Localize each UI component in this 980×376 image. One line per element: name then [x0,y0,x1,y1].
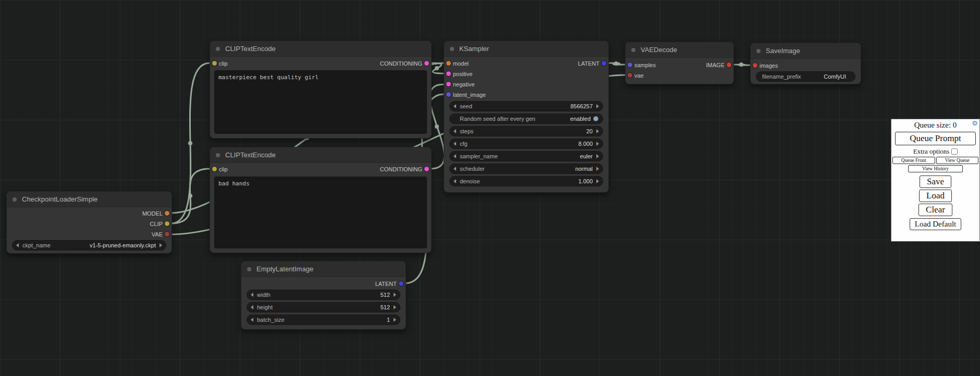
output-dot-latent[interactable] [399,281,403,286]
negative-prompt-textarea[interactable]: bad hands [214,177,427,248]
input-dot-model[interactable] [446,61,451,66]
increment-arrow-icon[interactable] [596,129,599,133]
toggle-dot-icon[interactable] [593,116,598,121]
view-queue-button[interactable]: View Queue [936,157,979,164]
decrement-arrow-icon[interactable] [454,179,456,183]
increment-arrow-icon[interactable] [596,142,599,146]
increment-arrow-icon[interactable] [596,167,599,171]
input-dot-positive[interactable] [446,71,451,76]
positive-prompt-textarea[interactable]: masterpiece best quality girl [214,70,427,134]
node-titlebar[interactable]: CLIPTextEncode [210,41,431,57]
slot-label: LATENT [578,60,599,67]
decrement-arrow-icon[interactable] [251,305,253,309]
decrement-arrow-icon[interactable] [454,142,456,146]
input-dot-clip[interactable] [212,167,217,171]
load-button[interactable]: Load [919,190,952,202]
node-empty-latent-image[interactable]: EmptyLatentImage LATENT width 512 height… [241,261,406,330]
output-dot-conditioning[interactable] [424,61,429,66]
node-clip-text-encode-positive[interactable]: CLIPTextEncode clip CONDITIONING masterp… [210,41,432,139]
output-dot-image[interactable] [727,62,731,67]
output-slot-latent: LATENT [375,279,406,289]
sampler-name-widget[interactable]: sampler_name euler [449,151,603,161]
node-clip-text-encode-negative[interactable]: CLIPTextEncode clip CONDITIONING bad han… [210,147,432,253]
settings-icon[interactable]: ⚙ [972,120,978,127]
increment-arrow-icon[interactable] [160,243,162,247]
input-dot-clip[interactable] [212,61,217,66]
output-slot-image: IMAGE [706,60,733,70]
queue-front-button[interactable]: Queue Front [892,157,935,164]
ckpt-name-widget[interactable]: ckpt_name v1-5-pruned-emaonly.ckpt [12,240,166,250]
output-dot-conditioning[interactable] [424,167,429,171]
slot-label: vae [634,72,644,79]
queue-prompt-button[interactable]: Queue Prompt [895,132,976,145]
output-dot-vae[interactable] [165,232,169,236]
clear-button[interactable]: Clear [918,204,952,216]
node-titlebar[interactable]: VAEDecode [626,42,733,58]
node-titlebar[interactable]: CheckpointLoaderSimple [7,192,172,207]
input-dot-negative[interactable] [446,82,451,86]
slot-label: IMAGE [706,62,725,68]
batch-size-widget[interactable]: batch_size 1 [247,315,400,325]
height-widget[interactable]: height 512 [247,302,400,312]
increment-arrow-icon[interactable] [596,104,599,108]
node-titlebar[interactable]: KSampler [444,41,608,57]
node-collapse-dot[interactable] [449,46,455,52]
output-dot-model[interactable] [165,211,169,216]
node-vae-decode[interactable]: VAEDecode samples IMAGE vae [625,42,734,84]
decrement-arrow-icon[interactable] [454,104,456,108]
node-graph-canvas[interactable]: CheckpointLoaderSimple MODEL CLIP VAE ck… [0,0,980,376]
cfg-widget[interactable]: cfg 8.000 [449,139,603,149]
save-button[interactable]: Save [920,176,951,188]
decrement-arrow-icon[interactable] [251,318,253,322]
decrement-arrow-icon[interactable] [16,243,19,247]
widget-label: sampler_name [460,153,498,159]
decrement-arrow-icon[interactable] [454,129,456,133]
decrement-arrow-icon[interactable] [251,293,253,297]
extra-options-label: Extra options [913,147,950,156]
node-collapse-dot[interactable] [756,48,761,54]
input-dot-latent-image[interactable] [446,92,451,97]
extra-options-checkbox[interactable] [951,148,958,155]
output-dot-clip[interactable] [165,221,169,226]
increment-arrow-icon[interactable] [394,293,396,297]
node-collapse-dot[interactable] [215,153,220,158]
input-dot-images[interactable] [753,63,757,68]
input-dot-vae[interactable] [628,73,632,78]
increment-arrow-icon[interactable] [596,154,599,158]
node-titlebar[interactable]: EmptyLatentImage [241,261,406,277]
increment-arrow-icon[interactable] [596,179,599,183]
filename-prefix-widget[interactable]: filename_prefix ComfyUI [756,71,855,82]
decrement-arrow-icon[interactable] [454,154,456,158]
steps-widget[interactable]: steps 20 [449,126,603,136]
node-collapse-dot[interactable] [12,197,17,202]
output-slot-clip: CLIP [150,219,172,229]
load-default-button[interactable]: Load Default [910,218,962,230]
slot-label: CONDITIONING [380,60,422,67]
output-dot-latent[interactable] [602,61,606,66]
widget-label: scheduler [460,166,485,172]
slot-label: CLIP [150,221,163,227]
increment-arrow-icon[interactable] [394,318,396,322]
node-titlebar[interactable]: SaveImage [751,43,861,59]
slot-label: negative [453,81,475,87]
node-checkpoint-loader[interactable]: CheckpointLoaderSimple MODEL CLIP VAE ck… [6,191,172,254]
input-slot-clip: clip [210,164,228,174]
node-collapse-dot[interactable] [631,47,636,53]
view-history-button[interactable]: View History [908,165,963,172]
decrement-arrow-icon[interactable] [454,167,456,171]
widget-value: ComfyUI [824,73,846,80]
increment-arrow-icon[interactable] [394,305,396,309]
node-save-image[interactable]: SaveImage images filename_prefix ComfyUI [750,43,861,84]
input-dot-samples[interactable] [628,62,632,67]
scheduler-widget[interactable]: scheduler normal [449,164,603,174]
node-collapse-dot[interactable] [247,267,252,272]
seed-widget[interactable]: seed 8566257 [449,101,603,111]
widget-value: v1-5-pruned-emaonly.ckpt [90,242,156,248]
node-titlebar[interactable]: CLIPTextEncode [210,147,431,163]
node-ksampler[interactable]: KSampler model LATENT positive negative … [444,41,609,193]
random-seed-toggle-widget[interactable]: Random seed after every gen enabled [449,114,603,124]
width-widget[interactable]: width 512 [247,290,400,300]
input-slot-positive: positive [444,69,472,79]
denoise-widget[interactable]: denoise 1.000 [449,176,603,186]
node-collapse-dot[interactable] [215,46,220,52]
